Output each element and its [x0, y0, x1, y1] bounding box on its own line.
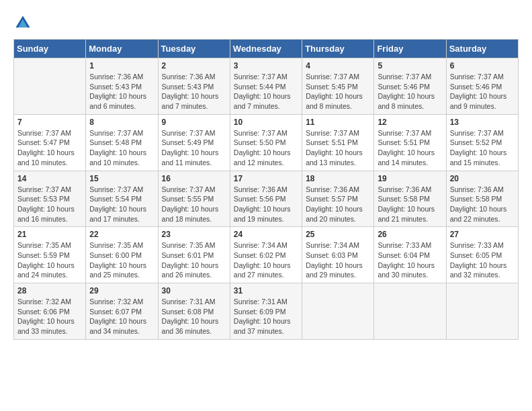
day-header-tuesday: Tuesday	[158, 40, 230, 58]
logo	[13, 13, 35, 32]
day-number: 14	[17, 174, 82, 183]
day-number: 4	[306, 61, 370, 71]
calendar-cell: 2Sunrise: 7:36 AM Sunset: 5:43 PM Daylig…	[158, 58, 230, 115]
day-number: 30	[162, 286, 226, 295]
day-info: Sunrise: 7:37 AM Sunset: 5:52 PM Dayligh…	[450, 128, 515, 168]
day-number: 2	[162, 61, 226, 71]
day-number: 19	[378, 174, 442, 183]
day-number: 22	[89, 230, 154, 239]
calendar-cell: 21Sunrise: 7:35 AM Sunset: 5:59 PM Dayli…	[14, 227, 86, 283]
day-number: 28	[17, 286, 82, 295]
day-info: Sunrise: 7:32 AM Sunset: 6:06 PM Dayligh…	[17, 297, 82, 336]
day-info: Sunrise: 7:31 AM Sunset: 6:08 PM Dayligh…	[162, 297, 226, 336]
day-number: 17	[234, 174, 298, 183]
calendar-cell: 16Sunrise: 7:37 AM Sunset: 5:55 PM Dayli…	[158, 171, 230, 227]
day-number: 23	[162, 230, 226, 239]
calendar-cell: 30Sunrise: 7:31 AM Sunset: 6:08 PM Dayli…	[158, 283, 230, 340]
day-number: 25	[306, 230, 370, 239]
day-info: Sunrise: 7:34 AM Sunset: 6:02 PM Dayligh…	[234, 240, 298, 280]
day-info: Sunrise: 7:37 AM Sunset: 5:50 PM Dayligh…	[234, 128, 298, 168]
day-number: 1	[89, 61, 154, 71]
calendar-cell: 3Sunrise: 7:37 AM Sunset: 5:44 PM Daylig…	[230, 58, 302, 115]
day-header-wednesday: Wednesday	[230, 40, 302, 58]
day-info: Sunrise: 7:37 AM Sunset: 5:55 PM Dayligh…	[162, 185, 226, 224]
day-info: Sunrise: 7:33 AM Sunset: 6:04 PM Dayligh…	[378, 240, 442, 280]
day-info: Sunrise: 7:37 AM Sunset: 5:46 PM Dayligh…	[378, 72, 442, 111]
day-info: Sunrise: 7:36 AM Sunset: 5:58 PM Dayligh…	[378, 185, 442, 224]
calendar-cell: 22Sunrise: 7:35 AM Sunset: 6:00 PM Dayli…	[86, 227, 158, 283]
calendar-cell: 18Sunrise: 7:36 AM Sunset: 5:57 PM Dayli…	[302, 171, 374, 227]
logo-icon	[13, 13, 32, 32]
calendar-cell: 9Sunrise: 7:37 AM Sunset: 5:49 PM Daylig…	[158, 114, 230, 171]
day-info: Sunrise: 7:37 AM Sunset: 5:51 PM Dayligh…	[306, 128, 370, 168]
day-info: Sunrise: 7:37 AM Sunset: 5:45 PM Dayligh…	[306, 72, 370, 111]
day-info: Sunrise: 7:33 AM Sunset: 6:05 PM Dayligh…	[450, 240, 515, 280]
day-info: Sunrise: 7:36 AM Sunset: 5:56 PM Dayligh…	[234, 185, 298, 224]
calendar-cell	[14, 58, 86, 115]
calendar-cell: 26Sunrise: 7:33 AM Sunset: 6:04 PM Dayli…	[374, 227, 446, 283]
day-info: Sunrise: 7:37 AM Sunset: 5:51 PM Dayligh…	[378, 128, 442, 168]
day-number: 11	[306, 118, 370, 127]
day-number: 6	[450, 61, 515, 71]
day-number: 13	[450, 118, 515, 127]
day-header-saturday: Saturday	[446, 40, 518, 58]
calendar-week-row: 1Sunrise: 7:36 AM Sunset: 5:43 PM Daylig…	[14, 58, 519, 115]
day-info: Sunrise: 7:36 AM Sunset: 5:43 PM Dayligh…	[162, 72, 226, 111]
day-info: Sunrise: 7:37 AM Sunset: 5:54 PM Dayligh…	[89, 185, 154, 224]
calendar-cell: 1Sunrise: 7:36 AM Sunset: 5:43 PM Daylig…	[86, 58, 158, 115]
day-number: 5	[378, 61, 442, 71]
calendar-table: SundayMondayTuesdayWednesdayThursdayFrid…	[13, 39, 519, 340]
day-number: 24	[234, 230, 298, 239]
calendar-cell: 7Sunrise: 7:37 AM Sunset: 5:47 PM Daylig…	[14, 114, 86, 171]
day-info: Sunrise: 7:37 AM Sunset: 5:47 PM Dayligh…	[17, 128, 82, 168]
calendar-cell: 11Sunrise: 7:37 AM Sunset: 5:51 PM Dayli…	[302, 114, 374, 171]
day-number: 27	[450, 230, 515, 239]
day-info: Sunrise: 7:35 AM Sunset: 5:59 PM Dayligh…	[17, 240, 82, 280]
calendar-week-row: 7Sunrise: 7:37 AM Sunset: 5:47 PM Daylig…	[14, 114, 519, 171]
day-number: 10	[234, 118, 298, 127]
calendar-cell: 10Sunrise: 7:37 AM Sunset: 5:50 PM Dayli…	[230, 114, 302, 171]
calendar-cell: 4Sunrise: 7:37 AM Sunset: 5:45 PM Daylig…	[302, 58, 374, 115]
day-info: Sunrise: 7:35 AM Sunset: 6:00 PM Dayligh…	[89, 240, 154, 280]
day-number: 12	[378, 118, 442, 127]
day-number: 3	[234, 61, 298, 71]
day-info: Sunrise: 7:34 AM Sunset: 6:03 PM Dayligh…	[306, 240, 370, 280]
calendar-cell: 24Sunrise: 7:34 AM Sunset: 6:02 PM Dayli…	[230, 227, 302, 283]
day-info: Sunrise: 7:36 AM Sunset: 5:43 PM Dayligh…	[89, 72, 154, 111]
day-number: 9	[162, 118, 226, 127]
day-header-monday: Monday	[86, 40, 158, 58]
day-number: 7	[17, 118, 82, 127]
calendar-cell: 13Sunrise: 7:37 AM Sunset: 5:52 PM Dayli…	[446, 114, 518, 171]
calendar-cell: 12Sunrise: 7:37 AM Sunset: 5:51 PM Dayli…	[374, 114, 446, 171]
calendar-week-row: 14Sunrise: 7:37 AM Sunset: 5:53 PM Dayli…	[14, 171, 519, 227]
day-info: Sunrise: 7:37 AM Sunset: 5:48 PM Dayligh…	[89, 128, 154, 168]
calendar-week-row: 21Sunrise: 7:35 AM Sunset: 5:59 PM Dayli…	[14, 227, 519, 283]
calendar-cell: 31Sunrise: 7:31 AM Sunset: 6:09 PM Dayli…	[230, 283, 302, 340]
calendar-cell	[302, 283, 374, 340]
calendar-cell: 29Sunrise: 7:32 AM Sunset: 6:07 PM Dayli…	[86, 283, 158, 340]
calendar-cell: 8Sunrise: 7:37 AM Sunset: 5:48 PM Daylig…	[86, 114, 158, 171]
day-number: 21	[17, 230, 82, 239]
day-info: Sunrise: 7:31 AM Sunset: 6:09 PM Dayligh…	[234, 297, 298, 336]
day-number: 29	[89, 286, 154, 295]
calendar-cell: 28Sunrise: 7:32 AM Sunset: 6:06 PM Dayli…	[14, 283, 86, 340]
day-info: Sunrise: 7:32 AM Sunset: 6:07 PM Dayligh…	[89, 297, 154, 336]
day-number: 16	[162, 174, 226, 183]
day-info: Sunrise: 7:35 AM Sunset: 6:01 PM Dayligh…	[162, 240, 226, 280]
calendar-cell: 17Sunrise: 7:36 AM Sunset: 5:56 PM Dayli…	[230, 171, 302, 227]
calendar-cell: 19Sunrise: 7:36 AM Sunset: 5:58 PM Dayli…	[374, 171, 446, 227]
calendar-week-row: 28Sunrise: 7:32 AM Sunset: 6:06 PM Dayli…	[14, 283, 519, 340]
calendar-cell: 23Sunrise: 7:35 AM Sunset: 6:01 PM Dayli…	[158, 227, 230, 283]
day-info: Sunrise: 7:37 AM Sunset: 5:44 PM Dayligh…	[234, 72, 298, 111]
day-number: 8	[89, 118, 154, 127]
day-info: Sunrise: 7:37 AM Sunset: 5:46 PM Dayligh…	[450, 72, 515, 111]
day-header-friday: Friday	[374, 40, 446, 58]
page-header	[13, 13, 519, 32]
day-info: Sunrise: 7:37 AM Sunset: 5:49 PM Dayligh…	[162, 128, 226, 168]
day-number: 31	[234, 286, 298, 295]
day-number: 20	[450, 174, 515, 183]
day-info: Sunrise: 7:36 AM Sunset: 5:57 PM Dayligh…	[306, 185, 370, 224]
day-info: Sunrise: 7:37 AM Sunset: 5:53 PM Dayligh…	[17, 185, 82, 224]
day-number: 18	[306, 174, 370, 183]
calendar-cell: 27Sunrise: 7:33 AM Sunset: 6:05 PM Dayli…	[446, 227, 518, 283]
